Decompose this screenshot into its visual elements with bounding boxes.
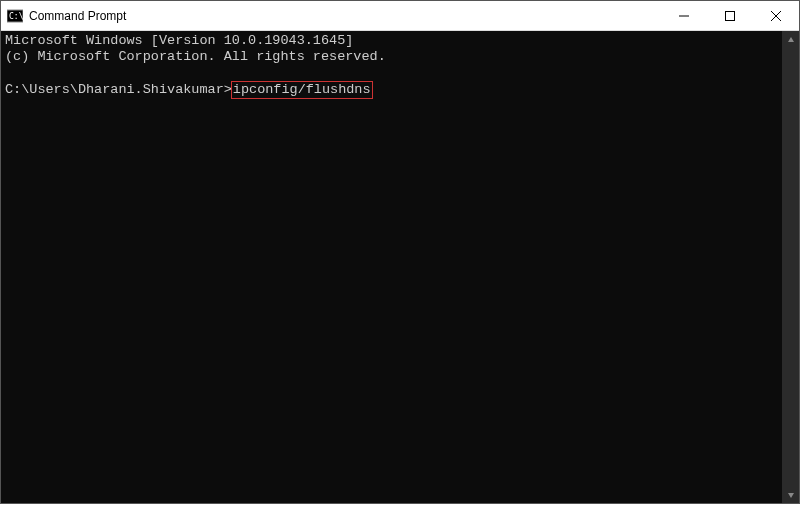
svg-text:C:\: C:\: [9, 12, 23, 21]
window-title: Command Prompt: [29, 9, 126, 23]
terminal-line-copyright: (c) Microsoft Corporation. All rights re…: [5, 49, 386, 64]
terminal-prompt: C:\Users\Dharani.Shivakumar>: [5, 82, 232, 97]
titlebar-left: C:\ Command Prompt: [1, 8, 126, 24]
terminal-prompt-line: C:\Users\Dharani.Shivakumar>ipconfig/flu…: [5, 81, 778, 99]
svg-rect-3: [726, 11, 735, 20]
terminal-line-version: Microsoft Windows [Version 10.0.19043.16…: [5, 33, 353, 48]
scroll-up-arrow-icon[interactable]: [782, 31, 799, 48]
cmd-icon: C:\: [7, 8, 23, 24]
command-prompt-window: C:\ Command Prompt Microsoft Windows [Ve…: [0, 0, 800, 504]
svg-marker-7: [788, 493, 794, 498]
close-button[interactable]: [753, 1, 799, 30]
maximize-button[interactable]: [707, 1, 753, 30]
minimize-button[interactable]: [661, 1, 707, 30]
terminal-area[interactable]: Microsoft Windows [Version 10.0.19043.16…: [1, 31, 799, 503]
vertical-scrollbar[interactable]: [782, 31, 799, 503]
titlebar[interactable]: C:\ Command Prompt: [1, 1, 799, 31]
terminal-content: Microsoft Windows [Version 10.0.19043.16…: [1, 31, 782, 503]
svg-marker-6: [788, 37, 794, 42]
scroll-down-arrow-icon[interactable]: [782, 486, 799, 503]
terminal-command: ipconfig/flushdns: [233, 82, 371, 97]
window-controls: [661, 1, 799, 30]
command-highlight: ipconfig/flushdns: [231, 81, 373, 99]
